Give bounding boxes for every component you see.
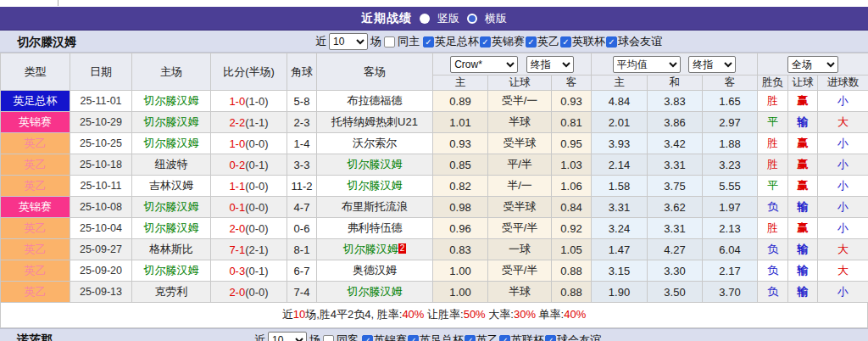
avg-home: 4.84 xyxy=(592,91,648,112)
odds-away: 0.92 xyxy=(552,218,592,239)
checkbox-checked-icon[interactable]: ✓ xyxy=(362,335,373,341)
same-home-label[interactable]: 同主 xyxy=(398,34,420,49)
summary-segment: 50% xyxy=(464,308,486,321)
result-handicap: 输 xyxy=(788,112,818,133)
league-label[interactable]: 英足总杯 xyxy=(435,34,479,49)
home-team[interactable]: 切尔滕汉姆 xyxy=(132,218,211,239)
league-label[interactable]: 英联杯 xyxy=(572,34,605,49)
average-select[interactable]: 平均值 xyxy=(613,56,681,73)
league-label[interactable]: 英乙 xyxy=(476,333,498,341)
away-team[interactable]: 沃尔索尔 xyxy=(317,133,433,154)
table-row: 英乙25-10-25切尔滕汉姆1-0(0-0)1-4沃尔索尔0.93受半球0.9… xyxy=(1,133,868,154)
checkbox-checked-icon[interactable]: ✓ xyxy=(408,335,419,341)
col-handicap-result: 让球 xyxy=(788,75,818,91)
home-team[interactable]: 切尔滕汉姆 xyxy=(132,91,211,112)
match-date: 25-09-20 xyxy=(70,260,132,282)
result-winloss: 负 xyxy=(758,239,788,260)
same-away-checkbox[interactable] xyxy=(323,335,334,341)
odds-home: 1.00 xyxy=(433,282,488,303)
away-team[interactable]: 切尔滕汉姆2 xyxy=(317,239,433,260)
away-team[interactable]: 弗利特伍德 xyxy=(317,218,433,239)
corner-score: 3-3 xyxy=(287,154,317,176)
away-team[interactable]: 切尔滕汉姆 xyxy=(317,282,433,303)
odds-away: 0.93 xyxy=(552,91,592,112)
fulltime-select[interactable]: 全场 xyxy=(787,56,838,73)
match-count-select[interactable]: 10 xyxy=(268,332,307,341)
league-label[interactable]: 英锦赛 xyxy=(374,333,407,341)
home-team[interactable]: 切尔滕汉姆 xyxy=(132,133,211,154)
odds-home: 0.98 xyxy=(433,197,488,218)
avg-away: 2.97 xyxy=(703,112,758,133)
odds-handicap: 受半/一 xyxy=(488,91,552,112)
home-team[interactable]: 切尔滕汉姆 xyxy=(132,112,211,133)
col-avg-home: 主 xyxy=(592,75,648,91)
checkbox-checked-icon[interactable]: ✓ xyxy=(480,36,491,48)
league-label[interactable]: 球会友谊 xyxy=(618,34,662,49)
radio-horizontal-icon[interactable] xyxy=(467,14,477,24)
same-away-label[interactable]: 同客 xyxy=(337,333,359,341)
result-goals: 小 xyxy=(818,218,868,239)
result-goals: 小 xyxy=(818,197,868,218)
result-handicap: 赢 xyxy=(788,133,818,154)
radio-horizontal-label[interactable]: 横版 xyxy=(485,11,507,26)
corner-score: 11-2 xyxy=(287,176,317,197)
result-handicap: 赢 xyxy=(788,91,818,112)
away-team[interactable]: 切尔滕汉姆 xyxy=(317,176,433,197)
league-filter-list: ✓英锦赛✓英足总杯✓英乙✓英联杯✓球会友谊 xyxy=(361,333,601,341)
match-count-select[interactable]: 10 xyxy=(329,33,368,50)
home-team[interactable]: 切尔滕汉姆 xyxy=(132,197,211,218)
home-team[interactable]: 格林斯比 xyxy=(132,239,211,260)
avg-draw: 3.42 xyxy=(648,133,703,154)
away-team[interactable]: 布里斯托流浪 xyxy=(317,197,433,218)
league-label[interactable]: 英足总杯 xyxy=(420,333,464,341)
odds-away: 0.81 xyxy=(552,112,592,133)
result-goals: 小 xyxy=(818,282,868,303)
radio-vertical-selected-icon[interactable] xyxy=(420,14,430,24)
checkbox-checked-icon[interactable]: ✓ xyxy=(423,36,434,48)
checkbox-checked-icon[interactable]: ✓ xyxy=(606,36,617,48)
average-select-group: 平均值 终指 xyxy=(592,53,758,75)
table-row: 英乙25-10-04切尔滕汉姆2-0(0-0)0-6弗利特伍德0.96受平/半0… xyxy=(1,218,868,239)
checkbox-checked-icon[interactable]: ✓ xyxy=(465,335,476,341)
league-label[interactable]: 英联杯 xyxy=(511,333,544,341)
league-label[interactable]: 英乙 xyxy=(537,34,559,49)
match-date: 25-10-25 xyxy=(70,133,132,154)
odds-handicap: 受平/半 xyxy=(488,260,552,282)
match-type-badge: 英乙 xyxy=(1,176,70,197)
away-team[interactable]: 奥德汉姆 xyxy=(317,260,433,282)
col-winloss: 胜负 xyxy=(758,75,788,91)
same-home-checkbox[interactable] xyxy=(384,36,395,48)
league-label[interactable]: 球会友谊 xyxy=(557,333,601,341)
match-type-badge: 英足总杯 xyxy=(1,91,70,112)
checkbox-checked-icon[interactable]: ✓ xyxy=(545,335,556,341)
league-label[interactable]: 英锦赛 xyxy=(492,34,525,49)
result-winloss: 平 xyxy=(758,176,788,197)
avg-home: 3.15 xyxy=(592,260,648,282)
avg-draw: 3.86 xyxy=(648,112,703,133)
home-team[interactable]: 切尔滕汉姆 xyxy=(132,260,211,282)
away-team[interactable]: 托特纳姆热刺U21 xyxy=(317,112,433,133)
home-team[interactable]: 纽波特 xyxy=(132,154,211,176)
match-type-badge: 英乙 xyxy=(1,260,70,282)
away-team[interactable]: 切尔滕汉姆 xyxy=(317,154,433,176)
home-team[interactable]: 吉林汉姆 xyxy=(132,176,211,197)
match-date: 25-09-27 xyxy=(70,239,132,260)
score: 1-1(0-0) xyxy=(211,176,287,197)
avg-home: 2.14 xyxy=(592,154,648,176)
home-team[interactable]: 克劳利 xyxy=(132,282,211,303)
corner-score: 0-6 xyxy=(287,218,317,239)
checkbox-checked-icon[interactable]: ✓ xyxy=(526,36,537,48)
average-final-select[interactable]: 终指 xyxy=(688,56,736,73)
checkbox-checked-icon[interactable]: ✓ xyxy=(560,36,571,48)
near-label: 近 xyxy=(315,34,326,49)
bookmaker-select[interactable]: Crow* xyxy=(450,56,518,73)
result-handicap: 输 xyxy=(788,197,818,218)
avg-home: 2.01 xyxy=(592,112,648,133)
final-odds-select[interactable]: 终指 xyxy=(526,56,574,73)
summary-segment: 让胜率: xyxy=(424,308,463,321)
radio-vertical-label[interactable]: 竖版 xyxy=(437,11,459,26)
checkbox-checked-icon[interactable]: ✓ xyxy=(499,335,510,341)
away-team[interactable]: 布拉德福德 xyxy=(317,91,433,112)
league-filter-item: ✓英锦赛 xyxy=(480,34,525,49)
away-team-filter-bar: 诺茨郡 近 10 场 同客 ✓英锦赛✓英足总杯✓英乙✓英联杯✓球会友谊 xyxy=(0,328,868,341)
